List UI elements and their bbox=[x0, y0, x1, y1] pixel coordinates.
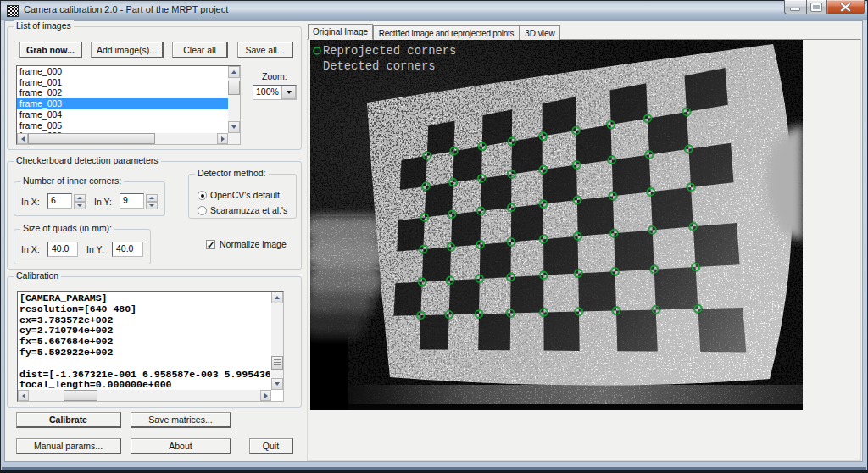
svg-text:Detected corners: Detected corners bbox=[323, 60, 435, 73]
svg-text:Reprojected corners: Reprojected corners bbox=[323, 45, 456, 58]
